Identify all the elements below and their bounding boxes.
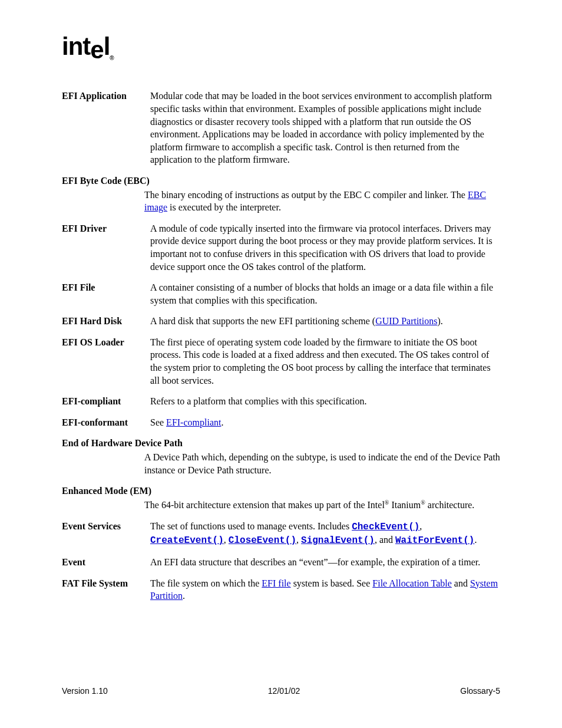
definition-text: The binary encoding of instructions as o… bbox=[144, 189, 500, 214]
glossary-entry: EFI-conformant See EFI-compliant. bbox=[62, 416, 500, 429]
glossary-entry: End of Hardware Device Path A Device Pat… bbox=[62, 437, 500, 476]
term-label: EFI OS Loader bbox=[62, 336, 150, 349]
glossary-entry: Event An EFI data structure that describ… bbox=[62, 556, 500, 569]
term-label: EFI Hard Disk bbox=[62, 315, 150, 328]
efi-file-link[interactable]: EFI file bbox=[262, 578, 290, 588]
footer-page: Glossary-5 bbox=[460, 686, 500, 696]
definition-text: The set of functions used to manage even… bbox=[150, 520, 500, 548]
create-event-link[interactable]: CreateEvent() bbox=[150, 535, 224, 546]
glossary-entry: EFI Application Modular code that may be… bbox=[62, 90, 500, 166]
glossary-entry: FAT File System The file system on which… bbox=[62, 577, 500, 602]
glossary-entry: EFI Hard Disk A hard disk that supports … bbox=[62, 315, 500, 328]
footer-date: 12/01/02 bbox=[268, 686, 300, 696]
file-allocation-table-link[interactable]: File Allocation Table bbox=[372, 578, 452, 588]
definition-text: An EFI data structure that describes an … bbox=[150, 556, 500, 569]
glossary-entry: Enhanced Mode (EM) The 64-bit architectu… bbox=[62, 485, 500, 512]
term-label: EFI Application bbox=[62, 90, 150, 103]
glossary-entry: EFI Byte Code (EBC) The binary encoding … bbox=[62, 174, 500, 214]
term-label: EFI-compliant bbox=[62, 395, 150, 408]
glossary-entry: EFI OS Loader The first piece of operati… bbox=[62, 336, 500, 387]
definition-text: The first piece of operating system code… bbox=[150, 336, 500, 387]
term-label: FAT File System bbox=[62, 577, 150, 590]
definition-text: A container consisting of a number of bl… bbox=[150, 281, 500, 307]
check-event-link[interactable]: CheckEvent() bbox=[352, 522, 419, 532]
guid-partitions-link[interactable]: GUID Partitions bbox=[375, 316, 437, 326]
glossary-entry: Event Services The set of functions used… bbox=[62, 520, 500, 548]
term-label: Enhanced Mode (EM) bbox=[62, 485, 500, 498]
page-footer: Version 1.10 12/01/02 Glossary-5 bbox=[62, 686, 500, 696]
glossary-entry: EFI-compliant Refers to a platform that … bbox=[62, 395, 500, 408]
intel-logo: intel® bbox=[62, 32, 500, 61]
term-label: Event Services bbox=[62, 520, 150, 533]
footer-version: Version 1.10 bbox=[62, 686, 108, 696]
page: intel® EFI Application Modular code that… bbox=[0, 0, 562, 728]
glossary-entry: EFI File A container consisting of a num… bbox=[62, 281, 500, 307]
definition-text: The 64-bit architecture extension that m… bbox=[144, 499, 500, 512]
close-event-link[interactable]: CloseEvent() bbox=[229, 535, 296, 546]
wait-for-event-link[interactable]: WaitForEvent() bbox=[395, 535, 474, 546]
definition-text: See EFI-compliant. bbox=[150, 416, 500, 429]
glossary-entry: EFI Driver A module of code typically in… bbox=[62, 222, 500, 273]
definition-text: Refers to a platform that complies with … bbox=[150, 395, 500, 408]
term-label: Event bbox=[62, 556, 150, 569]
term-label: End of Hardware Device Path bbox=[62, 437, 500, 450]
efi-compliant-link[interactable]: EFI-compliant bbox=[166, 417, 221, 427]
definition-text: Modular code that may be loaded in the b… bbox=[150, 90, 500, 166]
term-label: EFI Driver bbox=[62, 222, 150, 235]
definition-text: A module of code typically inserted into… bbox=[150, 222, 500, 273]
term-label: EFI File bbox=[62, 281, 150, 294]
definition-text: The file system on which the EFI file sy… bbox=[150, 577, 500, 602]
definition-text: A Device Path which, depending on the su… bbox=[144, 451, 500, 476]
term-label: EFI-conformant bbox=[62, 416, 150, 429]
term-label: EFI Byte Code (EBC) bbox=[62, 174, 500, 187]
signal-event-link[interactable]: SignalEvent() bbox=[301, 535, 375, 546]
definition-text: A hard disk that supports the new EFI pa… bbox=[150, 315, 500, 328]
